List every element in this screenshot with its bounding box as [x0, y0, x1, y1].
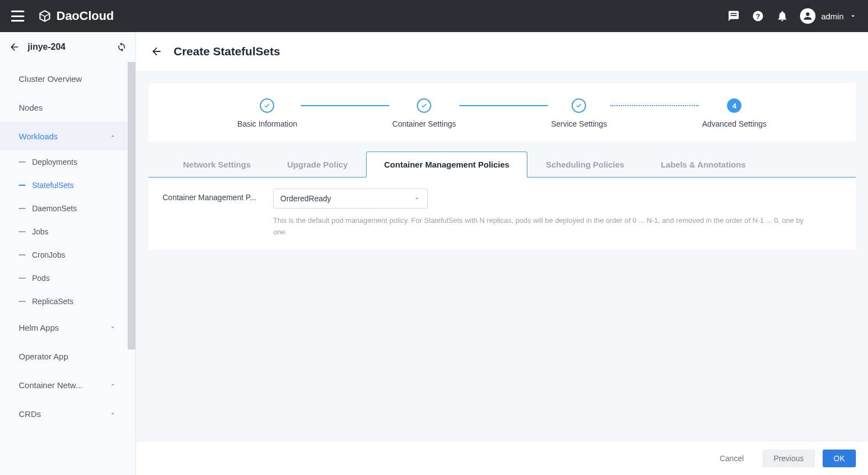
- nav-deployments[interactable]: Deployments: [0, 150, 135, 174]
- cluster-name: jinye-204: [28, 42, 65, 52]
- topbar-left: DaoCloud: [11, 9, 114, 23]
- menu-icon[interactable]: [11, 11, 24, 22]
- chevron-down-icon: [109, 323, 117, 331]
- ok-button[interactable]: OK: [823, 450, 856, 467]
- stepper: Basic Information Container Settings: [148, 83, 856, 142]
- form-label-policy: Container Management P...: [163, 189, 263, 202]
- back-icon[interactable]: [9, 41, 20, 53]
- step-label: Service Settings: [551, 119, 607, 128]
- nav-cronjobs[interactable]: CronJobs: [0, 243, 135, 267]
- tab-scheduling-policies[interactable]: Scheduling Policies: [527, 152, 642, 177]
- sidebar-scrollbar[interactable]: [128, 62, 135, 349]
- policy-select[interactable]: OrderedReady: [273, 189, 428, 208]
- avatar: [800, 8, 815, 24]
- nav-label: Helm Apps: [19, 323, 59, 332]
- page-header: Create StatefulSets: [136, 32, 868, 71]
- nav-sub-label: Deployments: [32, 158, 77, 166]
- dash-icon: [19, 231, 25, 232]
- brand-logo[interactable]: DaoCloud: [38, 9, 114, 23]
- tab-container-management-policies[interactable]: Container Management Policies: [366, 152, 528, 178]
- nav-container-network[interactable]: Container Netw...: [0, 370, 135, 399]
- nav-sub-label: StatefulSets: [32, 181, 74, 190]
- username: admin: [821, 12, 844, 21]
- nav-label: Container Netw...: [19, 380, 82, 390]
- step-connector-dotted: [610, 105, 699, 106]
- nav-pods[interactable]: Pods: [0, 267, 135, 290]
- tabs: Network Settings Upgrade Policy Containe…: [148, 152, 856, 178]
- sidebar: jinye-204 Cluster Overview Nodes Workloa…: [0, 32, 136, 475]
- nav-daemonsets[interactable]: DaemonSets: [0, 197, 135, 220]
- step-connector: [301, 105, 389, 106]
- dash-icon: [19, 254, 25, 255]
- form-row-policy: Container Management P... OrderedReady T…: [163, 189, 841, 238]
- nav-sub-label: DaemonSets: [32, 204, 77, 213]
- chevron-down-icon: [109, 410, 117, 417]
- sidebar-nav: Cluster Overview Nodes Workloads Deploym…: [0, 62, 135, 475]
- step-circle-done-icon: [417, 98, 431, 113]
- logo-icon: [38, 9, 52, 23]
- svg-text:?: ?: [756, 12, 760, 20]
- chevron-down-icon: [109, 381, 117, 389]
- page-title: Create StatefulSets: [174, 45, 280, 58]
- nav-label: CRDs: [19, 409, 41, 419]
- select-value: OrderedReady: [280, 194, 331, 203]
- nav-workloads[interactable]: Workloads: [0, 122, 135, 150]
- footer: Cancel Previous OK: [136, 441, 868, 475]
- dash-icon: [19, 278, 25, 279]
- nav-sub-label: Jobs: [32, 227, 49, 236]
- nav-operator-app[interactable]: Operator App: [0, 342, 135, 370]
- bell-icon[interactable]: [776, 9, 789, 23]
- topbar-right: ? admin: [727, 8, 857, 24]
- main-layout: jinye-204 Cluster Overview Nodes Workloa…: [0, 32, 868, 475]
- topbar: DaoCloud ? admin: [0, 0, 868, 32]
- step-advanced-settings[interactable]: 4 Advanced Settings: [702, 98, 767, 128]
- step-basic-information[interactable]: Basic Information: [237, 98, 297, 128]
- nav-cluster-overview[interactable]: Cluster Overview: [0, 64, 135, 93]
- nav-crds[interactable]: CRDs: [0, 399, 135, 428]
- step-label: Advanced Settings: [702, 119, 767, 128]
- step-container-settings[interactable]: Container Settings: [393, 98, 456, 128]
- step-circle-current: 4: [727, 98, 741, 113]
- step-label: Basic Information: [237, 119, 297, 128]
- dash-icon: [19, 301, 25, 302]
- help-text: This is the default pod management polic…: [273, 215, 804, 238]
- nav-sub-label: CronJobs: [32, 250, 65, 259]
- chevron-up-icon: [109, 132, 117, 140]
- step-connector: [459, 105, 548, 106]
- step-circle-done-icon: [260, 98, 274, 113]
- step-label: Container Settings: [393, 119, 456, 128]
- user-menu[interactable]: admin: [800, 8, 857, 24]
- nav-jobs[interactable]: Jobs: [0, 220, 135, 243]
- brand-name: DaoCloud: [56, 9, 114, 23]
- sidebar-header: jinye-204: [0, 32, 135, 62]
- nav-label: Nodes: [19, 103, 43, 112]
- scroll-area: Basic Information Container Settings: [136, 71, 868, 441]
- tab-network-settings[interactable]: Network Settings: [165, 152, 269, 177]
- refresh-icon[interactable]: [117, 42, 127, 52]
- nav-sub-label: ReplicaSets: [32, 297, 74, 306]
- nav-label: Operator App: [19, 352, 68, 361]
- nav-helm-apps[interactable]: Helm Apps: [0, 313, 135, 342]
- nav-label: Workloads: [19, 132, 58, 141]
- tab-upgrade-policy[interactable]: Upgrade Policy: [269, 152, 366, 177]
- back-icon[interactable]: [150, 45, 163, 58]
- step-circle-done-icon: [572, 98, 586, 113]
- previous-button[interactable]: Previous: [762, 450, 814, 467]
- nav-sub-label: Pods: [32, 274, 50, 283]
- help-icon[interactable]: ?: [751, 9, 765, 23]
- tab-labels-annotations[interactable]: Labels & Annotations: [642, 152, 764, 177]
- nav-label: Cluster Overview: [19, 74, 82, 83]
- chevron-down-icon: [849, 12, 857, 20]
- dash-icon: [19, 185, 25, 186]
- chevron-down-icon: [413, 195, 421, 202]
- nav-statefulsets[interactable]: StatefulSets: [0, 174, 135, 197]
- nav-replicasets[interactable]: ReplicaSets: [0, 290, 135, 313]
- content: Create StatefulSets Basic Information: [136, 32, 868, 475]
- cancel-button[interactable]: Cancel: [709, 450, 755, 467]
- step-service-settings[interactable]: Service Settings: [551, 98, 607, 128]
- dash-icon: [19, 161, 25, 163]
- dash-icon: [19, 208, 25, 209]
- nav-nodes[interactable]: Nodes: [0, 93, 135, 122]
- form-area: Container Management P... OrderedReady T…: [148, 178, 856, 249]
- messages-icon[interactable]: [727, 9, 740, 23]
